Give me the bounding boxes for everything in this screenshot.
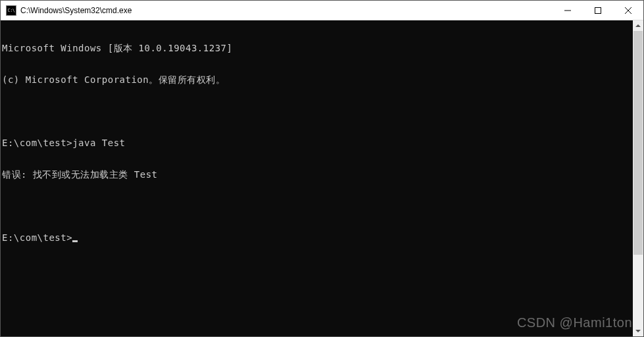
cursor-icon <box>72 240 78 242</box>
scroll-down-button[interactable] <box>633 326 643 336</box>
terminal-line <box>2 106 633 117</box>
close-button[interactable] <box>613 1 643 20</box>
minimize-button[interactable] <box>553 1 583 20</box>
close-icon <box>625 7 632 14</box>
cmd-icon <box>6 5 16 16</box>
titlebar[interactable]: C:\Windows\System32\cmd.exe <box>1 1 643 20</box>
chevron-up-icon <box>635 24 641 27</box>
terminal-prompt-line: E:\com\test> <box>2 232 633 243</box>
terminal-output[interactable]: Microsoft Windows [版本 10.0.19043.1237] (… <box>1 20 633 336</box>
terminal-area: Microsoft Windows [版本 10.0.19043.1237] (… <box>1 20 643 336</box>
terminal-line: E:\com\test>java Test <box>2 138 633 148</box>
svg-marker-5 <box>635 330 641 332</box>
svg-marker-4 <box>635 24 641 27</box>
terminal-line: 错误: 找不到或无法加载主类 Test <box>2 169 633 180</box>
window-controls <box>553 1 643 20</box>
scroll-track[interactable] <box>633 31 643 326</box>
cmd-window: C:\Windows\System32\cmd.exe Microsoft Wi… <box>0 0 644 337</box>
chevron-down-icon <box>635 330 641 332</box>
minimize-icon <box>564 7 571 14</box>
vertical-scrollbar[interactable] <box>633 20 643 336</box>
svg-rect-1 <box>595 7 601 13</box>
scroll-up-button[interactable] <box>633 20 643 31</box>
maximize-button[interactable] <box>583 1 613 20</box>
maximize-icon <box>595 7 601 14</box>
window-title: C:\Windows\System32\cmd.exe <box>20 6 553 15</box>
scroll-thumb[interactable] <box>633 31 643 255</box>
terminal-line: Microsoft Windows [版本 10.0.19043.1237] <box>2 43 633 53</box>
terminal-line <box>2 201 633 211</box>
terminal-prompt: E:\com\test> <box>2 232 72 243</box>
terminal-line: (c) Microsoft Corporation。保留所有权利。 <box>2 74 633 85</box>
